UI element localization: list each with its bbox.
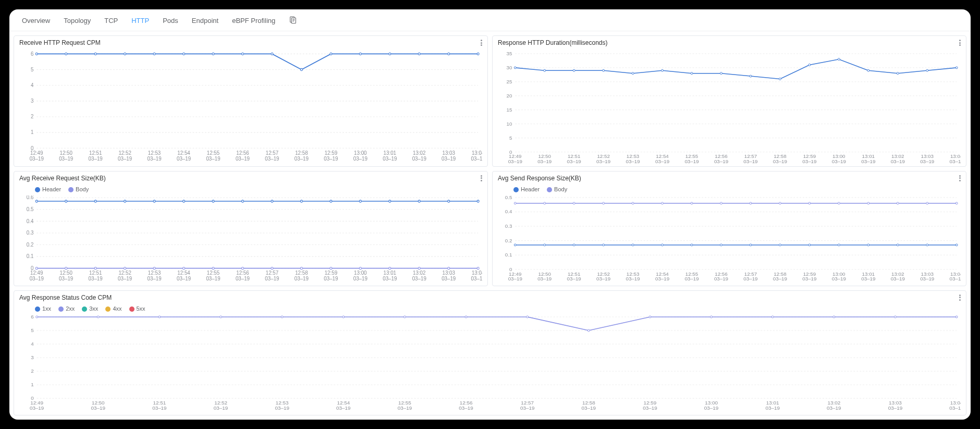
svg-text:3: 3: [31, 354, 34, 360]
svg-point-53: [94, 53, 96, 55]
svg-point-284: [956, 202, 958, 204]
svg-point-177: [35, 200, 38, 202]
panel-avg-receive-request-size: Avg Receive Request Size(KB) Header Body…: [14, 171, 488, 286]
chart-area: 0510152025303512:4903–1912:5003–1912:510…: [493, 50, 966, 168]
svg-text:03–19: 03–19: [471, 156, 482, 162]
svg-point-257: [632, 244, 634, 246]
svg-text:12:58: 12:58: [295, 150, 308, 156]
svg-text:03–19: 03–19: [442, 275, 456, 281]
legend-item-3xx[interactable]: 3xx: [82, 305, 98, 312]
svg-point-195: [94, 267, 96, 269]
svg-text:03–19: 03–19: [275, 405, 289, 411]
svg-point-281: [867, 202, 869, 204]
svg-text:12:55: 12:55: [207, 150, 220, 156]
legend-item-5xx[interactable]: 5xx: [129, 305, 145, 312]
svg-point-270: [544, 202, 546, 204]
document-icon[interactable]: [289, 16, 297, 26]
svg-text:20: 20: [507, 93, 512, 99]
chart-area: 012345612:4903–1912:5003–1912:5103–1912:…: [14, 313, 966, 415]
svg-point-332: [97, 316, 99, 318]
legend-item-header[interactable]: Header: [513, 186, 540, 192]
svg-text:03–19: 03–19: [861, 158, 875, 164]
svg-text:03–19: 03–19: [383, 275, 397, 281]
svg-text:03–19: 03–19: [949, 405, 961, 411]
chart-area: 012345612:4903–1912:5003–1912:5103–1912:…: [14, 50, 487, 166]
svg-point-196: [124, 267, 126, 269]
svg-text:03–19: 03–19: [773, 276, 787, 281]
kebab-menu-icon[interactable]: [481, 175, 482, 181]
svg-point-126: [838, 58, 840, 60]
legend-item-4xx[interactable]: 4xx: [105, 305, 121, 312]
tab-overview[interactable]: Overview: [22, 15, 50, 27]
svg-text:03–19: 03–19: [537, 158, 552, 164]
svg-point-57: [212, 53, 214, 55]
chart-legend: Header Body: [14, 185, 487, 193]
kebab-menu-icon[interactable]: [959, 175, 961, 181]
svg-point-334: [220, 316, 222, 318]
svg-text:0.5: 0.5: [27, 206, 34, 212]
svg-point-282: [897, 202, 899, 204]
svg-text:03–19: 03–19: [655, 276, 669, 281]
tab-http[interactable]: HTTP: [131, 15, 149, 27]
svg-text:03–19: 03–19: [891, 158, 905, 164]
svg-text:12:49: 12:49: [30, 150, 43, 156]
legend-item-body[interactable]: Body: [68, 186, 89, 192]
svg-point-185: [271, 200, 273, 202]
kebab-menu-icon[interactable]: [481, 40, 482, 46]
svg-point-346: [956, 316, 958, 318]
svg-text:03–19: 03–19: [118, 275, 132, 281]
svg-point-203: [330, 267, 332, 269]
svg-point-62: [359, 53, 361, 55]
svg-point-262: [779, 244, 781, 246]
kebab-menu-icon[interactable]: [959, 295, 961, 301]
svg-point-269: [514, 202, 516, 204]
svg-point-63: [389, 53, 391, 55]
svg-point-272: [603, 202, 605, 204]
svg-text:03–19: 03–19: [920, 158, 934, 164]
svg-text:03–19: 03–19: [383, 156, 397, 162]
svg-point-128: [897, 72, 899, 75]
tab-topology[interactable]: Topology: [64, 15, 91, 27]
legend-item-1xx[interactable]: 1xx: [35, 305, 51, 312]
svg-point-124: [779, 78, 781, 80]
svg-text:03–19: 03–19: [152, 405, 167, 411]
chart-legend: 1xx 2xx 3xx 4xx 5xx: [14, 304, 966, 313]
svg-text:12:53: 12:53: [148, 150, 161, 156]
svg-text:03–19: 03–19: [861, 276, 875, 281]
panel-title: Avg Send Response Size(KB): [498, 175, 581, 182]
legend-item-header[interactable]: Header: [35, 186, 61, 192]
svg-point-271: [573, 202, 575, 204]
tab-endpoint[interactable]: Endpoint: [192, 15, 218, 27]
svg-point-127: [867, 69, 869, 71]
svg-text:03–19: 03–19: [236, 156, 250, 162]
dashboard-grid: Receive HTTP Request CPM 012345612:4903–…: [9, 31, 971, 420]
svg-point-263: [808, 244, 811, 246]
legend-item-2xx[interactable]: 2xx: [58, 305, 75, 312]
svg-text:03–19: 03–19: [684, 158, 699, 164]
svg-text:12:56: 12:56: [236, 150, 249, 156]
svg-text:03–19: 03–19: [743, 158, 757, 164]
svg-text:3: 3: [31, 98, 34, 104]
svg-text:03–19: 03–19: [714, 158, 728, 164]
kebab-menu-icon[interactable]: [959, 40, 961, 46]
svg-text:03–19: 03–19: [508, 276, 522, 281]
svg-text:4: 4: [31, 82, 34, 88]
svg-point-115: [514, 67, 516, 69]
svg-point-333: [158, 316, 161, 318]
svg-point-194: [65, 267, 67, 269]
panel-title: Avg Receive Request Size(KB): [19, 175, 106, 182]
tab-pods[interactable]: Pods: [163, 15, 178, 27]
tab-ebpf[interactable]: eBPF Profiling: [232, 15, 275, 27]
svg-text:03–19: 03–19: [643, 405, 657, 411]
svg-text:03–19: 03–19: [596, 158, 610, 164]
panel-receive-http-cpm: Receive HTTP Request CPM 012345612:4903–…: [14, 35, 488, 167]
svg-text:03–19: 03–19: [582, 405, 596, 411]
svg-text:03–19: 03–19: [655, 158, 669, 164]
tab-bar: Overview Topology TCP HTTP Pods Endpoint…: [9, 9, 971, 31]
legend-item-body[interactable]: Body: [547, 186, 567, 192]
svg-text:03–19: 03–19: [30, 156, 44, 162]
tab-tcp[interactable]: TCP: [104, 15, 118, 27]
svg-point-335: [281, 316, 283, 318]
panel-response-http-duration: Response HTTP Duration(milliseconds) 051…: [492, 35, 966, 167]
svg-text:03–19: 03–19: [89, 156, 103, 162]
